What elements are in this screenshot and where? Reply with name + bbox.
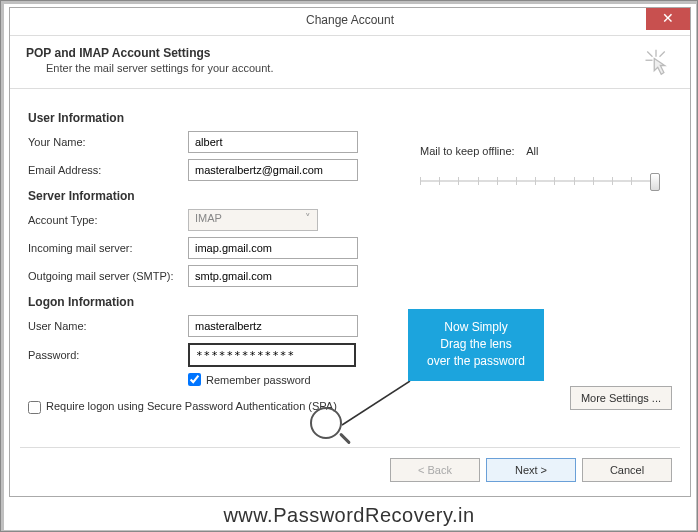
header-subtitle: Enter the mail server settings for your … xyxy=(46,62,674,74)
remember-password-label: Remember password xyxy=(206,374,311,386)
label-email: Email Address: xyxy=(28,164,188,176)
row-password: Password: xyxy=(28,343,672,367)
dialog-body: User Information Your Name: Email Addres… xyxy=(10,89,690,428)
account-type-select: IMAP xyxy=(188,209,318,231)
instruction-callout: Now Simply Drag the lens over the passwo… xyxy=(408,309,544,381)
footer-separator xyxy=(20,447,680,448)
row-incoming: Incoming mail server: xyxy=(28,237,672,259)
label-username: User Name: xyxy=(28,320,188,332)
close-button[interactable]: ✕ xyxy=(646,8,690,30)
header-title: POP and IMAP Account Settings xyxy=(26,46,674,60)
next-button[interactable]: Next > xyxy=(486,458,576,482)
watermark: www.PasswordRecovery.in xyxy=(1,504,697,527)
right-column: Mail to keep offline: All xyxy=(420,145,670,191)
more-settings-button[interactable]: More Settings ... xyxy=(570,386,672,410)
spa-checkbox[interactable] xyxy=(28,401,41,414)
svg-line-2 xyxy=(647,52,652,57)
row-outgoing: Outgoing mail server (SMTP): xyxy=(28,265,672,287)
email-input[interactable] xyxy=(188,159,358,181)
callout-line2: Drag the lens xyxy=(416,336,536,353)
incoming-server-input[interactable] xyxy=(188,237,358,259)
mail-keep-label: Mail to keep offline: xyxy=(420,145,515,157)
footer-buttons: < Back Next > Cancel xyxy=(390,458,672,482)
section-server-info: Server Information xyxy=(28,189,672,203)
outgoing-server-input[interactable] xyxy=(188,265,358,287)
cursor-click-icon xyxy=(642,48,670,76)
titlebar: Change Account ✕ xyxy=(10,8,690,36)
svg-line-3 xyxy=(660,52,665,57)
section-user-info: User Information xyxy=(28,111,672,125)
window-title: Change Account xyxy=(306,13,394,27)
back-button: < Back xyxy=(390,458,480,482)
row-account-type: Account Type: IMAP xyxy=(28,209,672,231)
label-password: Password: xyxy=(28,349,188,361)
mail-keep-slider[interactable] xyxy=(420,171,660,191)
label-incoming: Incoming mail server: xyxy=(28,242,188,254)
more-settings-wrap: More Settings ... xyxy=(570,386,672,410)
spa-label: Require logon using Secure Password Auth… xyxy=(46,400,337,412)
mail-keep-value: All xyxy=(526,145,538,157)
section-logon-info: Logon Information xyxy=(28,295,672,309)
slider-thumb[interactable] xyxy=(650,173,660,191)
label-account-type: Account Type: xyxy=(28,214,188,226)
password-input[interactable] xyxy=(188,343,356,367)
remember-password-checkbox[interactable] xyxy=(188,373,201,386)
username-input[interactable] xyxy=(188,315,358,337)
row-username: User Name: xyxy=(28,315,672,337)
your-name-input[interactable] xyxy=(188,131,358,153)
callout-line1: Now Simply xyxy=(416,319,536,336)
change-account-dialog: Change Account ✕ POP and IMAP Account Se… xyxy=(9,7,691,497)
dialog-header: POP and IMAP Account Settings Enter the … xyxy=(10,36,690,89)
label-outgoing: Outgoing mail server (SMTP): xyxy=(28,270,188,282)
cancel-button[interactable]: Cancel xyxy=(582,458,672,482)
callout-line3: over the password xyxy=(416,353,536,370)
label-your-name: Your Name: xyxy=(28,136,188,148)
mail-keep-row: Mail to keep offline: All xyxy=(420,145,670,157)
